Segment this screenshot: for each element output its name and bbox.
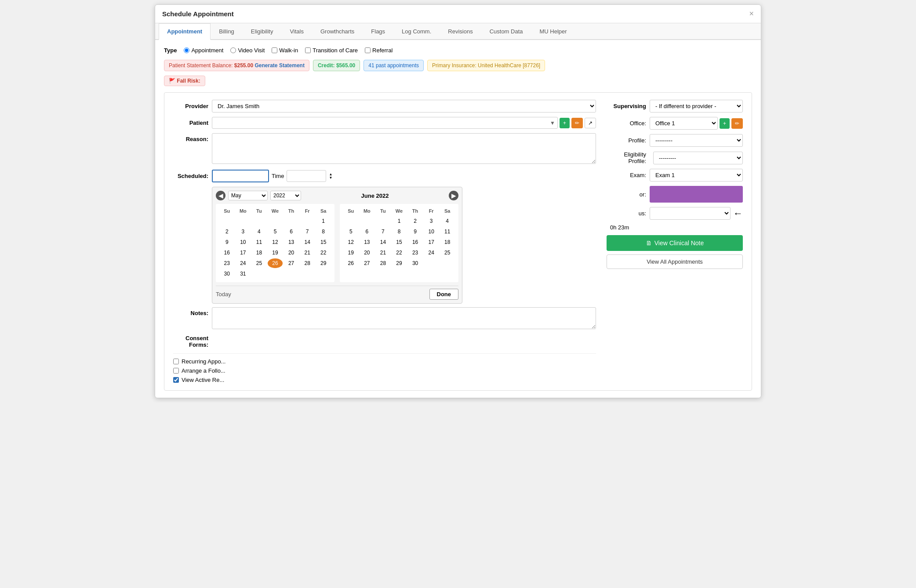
tab-logcomm[interactable]: Log Comm. xyxy=(393,23,440,40)
cal-day[interactable]: 14 xyxy=(300,237,315,247)
cal-day[interactable]: 3 xyxy=(236,227,251,236)
cal-day[interactable]: 1 xyxy=(316,216,331,226)
cal-day[interactable]: 16 xyxy=(407,237,423,247)
tab-vitals[interactable]: Vitals xyxy=(281,23,312,40)
office-select[interactable]: Office 1 xyxy=(650,117,718,130)
view-clinical-note-button[interactable]: 🗎 View Clinical Note xyxy=(607,235,743,251)
cal-day[interactable]: 26 xyxy=(343,258,359,268)
cal-day[interactable]: 13 xyxy=(360,237,375,247)
calendar-prev-button[interactable]: ◀ xyxy=(216,191,225,200)
cal-day[interactable]: 15 xyxy=(316,237,331,247)
done-button[interactable]: Done xyxy=(429,289,459,300)
cal-day[interactable]: 10 xyxy=(236,237,251,247)
cal-day[interactable]: 20 xyxy=(360,248,375,258)
cal-day[interactable]: 29 xyxy=(392,258,407,268)
cal-day[interactable]: 21 xyxy=(375,248,391,258)
radio-videovisit[interactable]: Video Visit xyxy=(230,47,265,54)
cal-day[interactable]: 12 xyxy=(343,237,359,247)
cal-day[interactable]: 24 xyxy=(424,248,439,258)
exam-select[interactable]: Exam 1 xyxy=(650,169,743,181)
cal-day[interactable]: 28 xyxy=(375,258,391,268)
cal-day[interactable]: 12 xyxy=(268,237,283,247)
cal-day[interactable]: 27 xyxy=(284,258,299,268)
cal-day[interactable]: 22 xyxy=(392,248,407,258)
radio-appointment[interactable]: Appointment xyxy=(184,47,223,54)
profile-select[interactable]: --------- xyxy=(650,134,743,147)
cal-day[interactable]: 23 xyxy=(407,248,423,258)
cal-day[interactable]: 25 xyxy=(251,258,267,268)
cal-day[interactable]: 5 xyxy=(268,227,283,236)
tab-muhelper[interactable]: MU Helper xyxy=(531,23,575,40)
tab-eligibility[interactable]: Eligibility xyxy=(243,23,282,40)
cal-day[interactable]: 2 xyxy=(219,227,235,236)
cal-day[interactable]: 13 xyxy=(284,237,299,247)
cal-day[interactable]: 6 xyxy=(360,227,375,236)
cal-day[interactable]: 9 xyxy=(407,227,423,236)
patient-input[interactable]: Laurie Sample - 12/08/1990 xyxy=(212,117,558,129)
share-patient-button[interactable]: ↗ xyxy=(585,118,596,128)
cal-day[interactable]: 8 xyxy=(316,227,331,236)
color-bar[interactable] xyxy=(650,186,743,203)
cal-day[interactable]: 22 xyxy=(316,248,331,258)
cal-day[interactable]: 17 xyxy=(424,237,439,247)
edit-office-button[interactable]: ✏ xyxy=(731,118,743,129)
scheduled-date-input[interactable]: 05/26/2022 xyxy=(212,170,269,182)
cal-day[interactable]: 28 xyxy=(300,258,315,268)
cal-day[interactable]: 19 xyxy=(268,248,283,258)
cal-day[interactable]: 4 xyxy=(440,216,455,226)
cal-day[interactable]: 5 xyxy=(343,227,359,236)
checkbox-recurring[interactable]: Recurring Appo... xyxy=(173,358,596,365)
notes-textarea[interactable] xyxy=(212,307,596,329)
cal-day[interactable]: 16 xyxy=(219,248,235,258)
checkbox-transition-of-care[interactable]: Transition of Care xyxy=(305,47,358,54)
checkbox-referral[interactable]: Referral xyxy=(365,47,393,54)
checkbox-walkin[interactable]: Walk-in xyxy=(272,47,298,54)
cal-day[interactable]: 29 xyxy=(316,258,331,268)
cal-day-selected[interactable]: 26 xyxy=(268,258,283,268)
cal-day[interactable]: 14 xyxy=(375,237,391,247)
cal-day[interactable]: 18 xyxy=(440,237,455,247)
cal-day[interactable]: 21 xyxy=(300,248,315,258)
tab-customdata[interactable]: Custom Data xyxy=(481,23,531,40)
time-input[interactable]: 02:20PM xyxy=(287,170,326,182)
cal-day[interactable]: 30 xyxy=(219,269,235,279)
close-button[interactable]: × xyxy=(749,9,754,18)
cal-day[interactable]: 27 xyxy=(360,258,375,268)
view-all-appointments-button[interactable]: View All Appointments xyxy=(607,254,743,269)
add-office-button[interactable]: + xyxy=(720,118,730,129)
reason-textarea[interactable] xyxy=(212,133,596,164)
tab-growthcharts[interactable]: Growthcharts xyxy=(312,23,363,40)
cal-day[interactable]: 10 xyxy=(424,227,439,236)
cal-day[interactable]: 8 xyxy=(392,227,407,236)
supervising-select[interactable]: - If different to provider - xyxy=(650,100,743,113)
cal-day[interactable]: 3 xyxy=(424,216,439,226)
tab-flags[interactable]: Flags xyxy=(363,23,393,40)
calendar-year-select[interactable]: 2022 xyxy=(270,191,301,200)
cal-day[interactable]: 11 xyxy=(440,227,455,236)
cal-day[interactable]: 1 xyxy=(392,216,407,226)
cal-day[interactable]: 23 xyxy=(219,258,235,268)
tab-billing[interactable]: Billing xyxy=(211,23,243,40)
cal-day[interactable]: 31 xyxy=(236,269,251,279)
cal-day[interactable]: 15 xyxy=(392,237,407,247)
cal-day[interactable]: 24 xyxy=(236,258,251,268)
status-select[interactable] xyxy=(650,207,731,220)
cal-day[interactable]: 19 xyxy=(343,248,359,258)
cal-day[interactable]: 25 xyxy=(440,248,455,258)
cal-day[interactable]: 18 xyxy=(251,248,267,258)
cal-day[interactable]: 11 xyxy=(251,237,267,247)
tab-appointment[interactable]: Appointment xyxy=(159,23,211,40)
tab-revisions[interactable]: Revisions xyxy=(440,23,481,40)
cal-day[interactable]: 17 xyxy=(236,248,251,258)
cal-day[interactable]: 30 xyxy=(407,258,423,268)
cal-day[interactable]: 7 xyxy=(375,227,391,236)
checkbox-view-active[interactable]: View Active Re... xyxy=(173,377,596,383)
cal-day[interactable]: 2 xyxy=(407,216,423,226)
cal-day[interactable]: 7 xyxy=(300,227,315,236)
calendar-month-select[interactable]: May June xyxy=(228,191,268,200)
generate-statement-link[interactable]: Generate Statement xyxy=(255,62,305,69)
past-appointments-bar[interactable]: 41 past appointments xyxy=(363,60,424,71)
cal-day[interactable]: 9 xyxy=(219,237,235,247)
cal-day[interactable]: 6 xyxy=(284,227,299,236)
provider-select[interactable]: Dr. James Smith xyxy=(212,100,596,113)
